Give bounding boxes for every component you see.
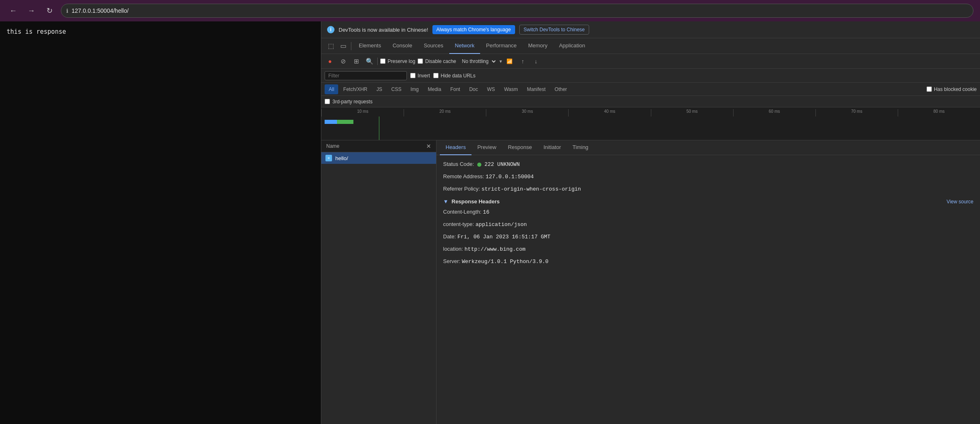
type-btn-fetch-xhr[interactable]: Fetch/XHR — [339, 84, 372, 94]
third-party-checkbox[interactable] — [325, 99, 330, 104]
response-header-location: location: http://www.bing.com — [443, 245, 973, 254]
address-bar[interactable]: ℹ 127.0.0.1:50004/hello/ — [61, 4, 973, 18]
clear-button[interactable]: ⊘ — [338, 56, 348, 67]
tab-network[interactable]: Network — [449, 38, 481, 54]
page-content: this is response — [0, 21, 321, 424]
status-code-label: Status Code: — [443, 161, 474, 167]
type-btn-img[interactable]: Img — [406, 84, 423, 94]
banner-text: DevTools is now available in Chinese! — [339, 27, 428, 33]
tab-performance[interactable]: Performance — [480, 38, 522, 54]
devtools-panel: i DevTools is now available in Chinese! … — [321, 21, 980, 424]
invert-checkbox[interactable] — [410, 73, 416, 78]
tab-application[interactable]: Application — [553, 38, 591, 54]
response-header-content-length: Content-Length: 16 — [443, 208, 973, 217]
referrer-policy-value: strict-origin-when-cross-origin — [481, 186, 581, 192]
type-btn-wasm[interactable]: Wasm — [500, 84, 522, 94]
detail-tab-initiator[interactable]: Initiator — [538, 140, 567, 155]
tab-sources[interactable]: Sources — [418, 38, 449, 54]
ruler-mark-5: 50 ms — [651, 109, 733, 116]
hide-data-urls-label[interactable]: Hide data URLs — [433, 73, 476, 79]
switch-devtools-button[interactable]: Switch DevTools to Chinese — [519, 25, 590, 35]
timeline-cursor — [379, 116, 379, 140]
tab-console[interactable]: Console — [387, 38, 418, 54]
forward-button[interactable]: → — [25, 4, 38, 17]
filter-bar: Invert Hide data URLs — [321, 69, 980, 83]
response-header-date: Date: Fri, 06 Jan 2023 16:51:17 GMT — [443, 233, 973, 242]
match-language-button[interactable]: Always match Chrome's language — [432, 25, 515, 34]
detail-tab-timing[interactable]: Timing — [567, 140, 595, 155]
reload-button[interactable]: ↻ — [43, 4, 56, 17]
request-timing-bar — [325, 120, 353, 124]
mobile-icon-button[interactable]: ▭ — [337, 40, 349, 52]
tab-memory[interactable]: Memory — [523, 38, 553, 54]
download-button[interactable]: ↓ — [531, 56, 541, 67]
wifi-button[interactable]: 📶 — [504, 56, 515, 67]
request-type-icon: ≡ — [325, 155, 332, 161]
detail-tab-preview[interactable]: Preview — [471, 140, 502, 155]
tab-elements[interactable]: Elements — [353, 38, 387, 54]
type-btn-all[interactable]: All — [325, 84, 338, 94]
invert-label[interactable]: Invert — [410, 73, 430, 79]
name-column-header: Name — [326, 143, 339, 149]
ruler-mark-1: 10 ms — [321, 109, 404, 116]
type-btn-media[interactable]: Media — [424, 84, 446, 94]
close-detail-button[interactable]: ✕ — [426, 143, 431, 149]
request-name: hello/ — [335, 155, 348, 161]
type-filter-bar: All Fetch/XHR JS CSS Img Media Font Doc … — [321, 83, 980, 96]
detail-tabs: Headers Preview Response Initiator Timin… — [437, 140, 980, 155]
ruler-mark-2: 20 ms — [404, 109, 486, 116]
back-button[interactable]: ← — [7, 4, 20, 17]
third-party-label: 3rd-party requests — [332, 99, 372, 105]
info-icon: i — [327, 26, 334, 33]
preserve-log-checkbox[interactable] — [380, 58, 385, 64]
cursor-icon-button[interactable]: ⬚ — [325, 40, 337, 52]
disable-cache-label[interactable]: Disable cache — [418, 58, 456, 64]
ruler-mark-6: 60 ms — [733, 109, 815, 116]
request-item[interactable]: ≡ hello/ — [321, 152, 436, 164]
type-btn-doc[interactable]: Doc — [465, 84, 482, 94]
has-blocked-cookie-checkbox[interactable] — [927, 86, 932, 92]
search-button[interactable]: 🔍 — [364, 56, 375, 67]
status-dot — [477, 163, 481, 167]
page-response-text: this is response — [7, 28, 66, 35]
ruler-mark-8: 80 ms — [898, 109, 980, 116]
filter-input[interactable] — [325, 71, 407, 80]
request-list-header: Name ✕ — [321, 140, 436, 152]
request-list: Name ✕ ≡ hello/ — [321, 140, 437, 424]
preserve-log-label[interactable]: Preserve log — [380, 58, 415, 64]
info-banner: i DevTools is now available in Chinese! … — [321, 21, 980, 38]
detail-panel: Headers Preview Response Initiator Timin… — [437, 140, 980, 424]
remote-address-label: Remote Address: — [443, 173, 484, 179]
view-source-button[interactable]: View source — [947, 199, 973, 205]
disable-cache-checkbox[interactable] — [418, 58, 423, 64]
hide-data-urls-checkbox[interactable] — [433, 73, 439, 78]
type-btn-ws[interactable]: WS — [483, 84, 499, 94]
has-blocked-cookie-label: Has blocked cookie — [934, 86, 977, 92]
detail-tab-headers[interactable]: Headers — [440, 140, 471, 155]
type-btn-manifest[interactable]: Manifest — [523, 84, 550, 94]
url-text: 127.0.0.1:50004/hello/ — [72, 7, 129, 14]
type-btn-other[interactable]: Other — [550, 84, 571, 94]
filter-icon-button[interactable]: ⊞ — [351, 56, 362, 67]
ruler-mark-7: 70 ms — [815, 109, 898, 116]
throttle-select[interactable]: No throttling — [459, 57, 497, 65]
upload-button[interactable]: ↑ — [518, 56, 528, 67]
response-header-content-type: content-type: application/json — [443, 220, 973, 229]
devtools-tabs: ⬚ ▭ Elements Console Sources Network Per… — [321, 38, 980, 54]
lock-icon: ℹ — [66, 8, 68, 14]
third-party-bar: 3rd-party requests — [321, 96, 980, 107]
type-btn-font[interactable]: Font — [446, 84, 464, 94]
response-headers-title: ▼▼ Response Headers Response Headers — [443, 198, 500, 205]
detail-tab-response[interactable]: Response — [502, 140, 538, 155]
network-toolbar: ● ⊘ ⊞ 🔍 Preserve log Disable cache No th… — [321, 54, 980, 69]
type-btn-css[interactable]: CSS — [387, 84, 406, 94]
referrer-policy-label: Referrer Policy: — [443, 186, 480, 192]
detail-content: Status Code: 222 UNKNOWN Remote Address:… — [437, 155, 980, 424]
ruler-mark-4: 40 ms — [568, 109, 650, 116]
response-header-server: Server: Werkzeug/1.0.1 Python/3.9.0 — [443, 257, 973, 266]
status-code-value: 222 UNKNOWN — [484, 161, 520, 168]
record-button[interactable]: ● — [325, 56, 335, 67]
browser-titlebar: ← → ↻ ℹ 127.0.0.1:50004/hello/ — [0, 0, 980, 21]
type-btn-js[interactable]: JS — [372, 84, 386, 94]
remote-address-value: 127.0.0.1:50004 — [485, 174, 534, 180]
